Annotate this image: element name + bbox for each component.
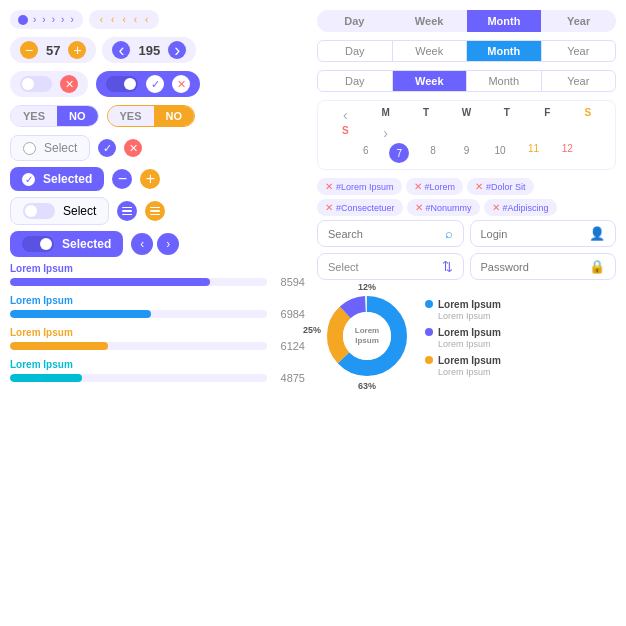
password-field[interactable]: 🔒 [470, 253, 617, 280]
cal-day-8[interactable]: 8 [417, 143, 449, 163]
tag-remove-2[interactable]: ✕ [475, 181, 483, 192]
form-row-2: Select ⇅ 🔒 [317, 253, 616, 280]
chev-right[interactable]: › [157, 233, 179, 255]
search-input[interactable] [328, 228, 439, 240]
period-tab-week-1[interactable]: Week [392, 10, 467, 32]
period-tab-week-2[interactable]: Week [393, 41, 468, 61]
page-left-4[interactable]: ‹ [133, 14, 138, 25]
step-right-4[interactable]: › [60, 14, 65, 25]
chev-left[interactable]: ‹ [131, 233, 153, 255]
step-right-1[interactable]: › [32, 14, 37, 25]
page-left-1[interactable]: ‹ [99, 14, 104, 25]
tag-2[interactable]: ✕ #Dolor Sit [467, 178, 534, 195]
cal-day-7-active[interactable]: 7 [384, 143, 416, 163]
login-field[interactable]: 👤 [470, 220, 617, 247]
period-tab-month-1[interactable]: Month [467, 10, 542, 32]
period-tab-year-2[interactable]: Year [542, 41, 616, 61]
period-tab-month-3[interactable]: Month [467, 71, 542, 91]
yes-no-group-2[interactable]: YES NO [107, 105, 196, 127]
selected-toggle-1[interactable]: Selected [10, 231, 123, 257]
period-tab-week-3[interactable]: Week [393, 71, 468, 91]
dot-stepper[interactable]: › › › › › [10, 10, 83, 29]
radio-empty-1 [23, 142, 36, 155]
selected-box-1[interactable]: ✓ Selected [10, 167, 104, 191]
cal-day-10[interactable]: 10 [484, 143, 516, 163]
legend-text-1: Lorem Ipsum [438, 327, 501, 338]
cal-prev[interactable]: ‹ [326, 107, 364, 123]
password-input[interactable] [481, 261, 584, 273]
minus-icon[interactable]: − [112, 169, 132, 189]
legend-text-0: Lorem Ipsum [438, 299, 501, 310]
select-arrows-icon: ⇅ [442, 259, 453, 274]
period-tabs-2: Day Week Month Year [317, 40, 616, 62]
tag-5[interactable]: ✕ #Adipiscing [484, 199, 557, 216]
decrement-btn-2[interactable]: ‹ [112, 41, 130, 59]
tag-3[interactable]: ✕ #Consectetuer [317, 199, 403, 216]
tag-remove-5[interactable]: ✕ [492, 202, 500, 213]
yes-btn-2[interactable]: YES [108, 106, 154, 126]
check-icon-1: ✓ [146, 75, 164, 93]
yes-no-group-1[interactable]: YES NO [10, 105, 99, 127]
donut-section: 12% 25% 63% Lorem Ipsum [317, 286, 616, 389]
progress-label-2: Lorem Ipsum [10, 327, 305, 338]
page-left-2[interactable]: ‹ [110, 14, 115, 25]
cal-day-6[interactable]: 6 [350, 143, 382, 163]
check-icon-2[interactable]: ✓ [98, 139, 116, 157]
select-field[interactable]: Select ⇅ [317, 253, 464, 280]
login-input[interactable] [481, 228, 584, 240]
search-icon: ⌕ [445, 226, 453, 241]
period-tab-day-1[interactable]: Day [317, 10, 392, 32]
menu-icon-2[interactable] [145, 201, 165, 221]
period-tab-day-3[interactable]: Day [318, 71, 393, 91]
increment-btn-2[interactable]: › [168, 41, 186, 59]
tag-4[interactable]: ✕ #Nonummy [407, 199, 480, 216]
select-toggle-1[interactable]: Select [10, 197, 109, 225]
step-right-5[interactable]: › [69, 14, 74, 25]
donut-center-text2: Ipsum [355, 336, 379, 345]
toggle-on[interactable] [106, 76, 138, 92]
toggle-small-off[interactable] [23, 203, 55, 219]
selected-label-1: Selected [43, 172, 92, 186]
step-right-3[interactable]: › [51, 14, 56, 25]
no-btn-1[interactable]: NO [57, 106, 98, 126]
pagination-left[interactable]: ‹ ‹ ‹ ‹ ‹ [89, 10, 160, 29]
tag-label-0: #Lorem Ipsum [336, 182, 394, 192]
cal-day-9[interactable]: 9 [451, 143, 483, 163]
search-field[interactable]: ⌕ [317, 220, 464, 247]
progress-fill-2 [10, 342, 108, 350]
yes-btn-1[interactable]: YES [11, 106, 57, 126]
cal-head-t1: T [407, 107, 445, 123]
decrement-btn-1[interactable]: − [20, 41, 38, 59]
toggle-small-on[interactable] [22, 236, 54, 252]
page-left-5[interactable]: ‹ [144, 14, 149, 25]
legend-sub-2: Lorem Ipsum [438, 367, 501, 377]
no-btn-2[interactable]: NO [154, 106, 195, 126]
period-tab-day-2[interactable]: Day [318, 41, 393, 61]
tag-remove-0[interactable]: ✕ [325, 181, 333, 192]
cross-icon-3[interactable]: ✕ [124, 139, 142, 157]
select-box-1[interactable]: Select [10, 135, 90, 161]
tag-remove-1[interactable]: ✕ [414, 181, 422, 192]
select-dropdown[interactable]: Select [328, 261, 436, 273]
period-tab-year-3[interactable]: Year [542, 71, 616, 91]
cal-day-11[interactable]: 11 [518, 143, 550, 163]
tag-1[interactable]: ✕ #Lorem [406, 178, 464, 195]
tag-0[interactable]: ✕ #Lorem Ipsum [317, 178, 402, 195]
donut-legend: Lorem Ipsum Lorem Ipsum Lorem Ipsum Lore… [425, 299, 501, 377]
stepper-value-1: 57 [46, 43, 60, 58]
menu-icon-1[interactable] [117, 201, 137, 221]
period-tab-month-2[interactable]: Month [467, 41, 542, 61]
period-tab-year-1[interactable]: Year [541, 10, 616, 32]
cal-day-12[interactable]: 12 [551, 143, 583, 163]
increment-btn-1[interactable]: + [68, 41, 86, 59]
cal-next[interactable]: › [366, 125, 404, 141]
step-right-2[interactable]: › [41, 14, 46, 25]
plus-icon[interactable]: + [140, 169, 160, 189]
progress-fill-1 [10, 310, 151, 318]
tag-remove-3[interactable]: ✕ [325, 202, 333, 213]
tag-remove-4[interactable]: ✕ [415, 202, 423, 213]
page-left-3[interactable]: ‹ [121, 14, 126, 25]
toggle-off[interactable] [20, 76, 52, 92]
num-stepper-1: − 57 + [10, 37, 96, 63]
progress-num-1: 6984 [273, 308, 305, 320]
